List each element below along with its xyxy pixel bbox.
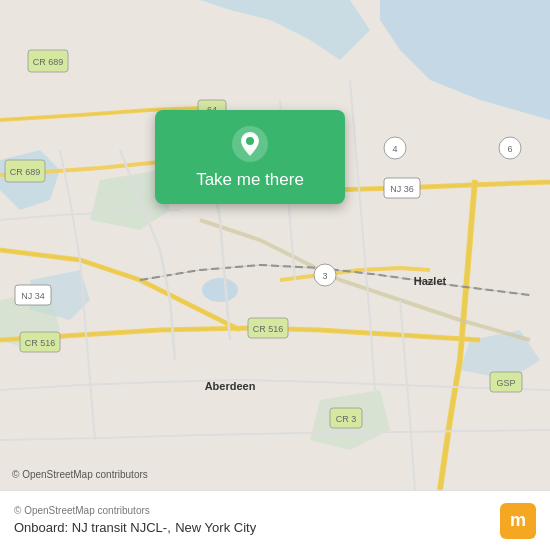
bottom-bar: © OpenStreetMap contributors Onboard: NJ…: [0, 490, 550, 550]
svg-text:Aberdeen: Aberdeen: [205, 380, 256, 392]
svg-text:CR 689: CR 689: [33, 57, 64, 67]
take-me-there-button[interactable]: Take me there: [196, 170, 304, 190]
svg-text:CR 689: CR 689: [10, 167, 41, 177]
location-card: Take me there: [155, 110, 345, 204]
svg-text:NJ 36: NJ 36: [390, 184, 414, 194]
moovit-logo: m: [500, 503, 536, 539]
svg-text:NJ 34: NJ 34: [21, 291, 45, 301]
svg-text:CR 516: CR 516: [253, 324, 284, 334]
route-label: Onboard: NJ transit NJCL-,: [14, 520, 171, 535]
svg-text:3: 3: [322, 271, 327, 281]
svg-text:6: 6: [507, 144, 512, 154]
svg-text:Hazlet: Hazlet: [414, 275, 447, 287]
location-pin-icon: [232, 126, 268, 162]
bottom-info: © OpenStreetMap contributors Onboard: NJ…: [14, 505, 256, 536]
svg-text:4: 4: [392, 144, 397, 154]
attribution-text: © OpenStreetMap contributors: [14, 505, 256, 516]
svg-text:CR 3: CR 3: [336, 414, 357, 424]
svg-text:© OpenStreetMap contributors: © OpenStreetMap contributors: [12, 469, 148, 480]
map-container: CR 689 CR 689 NJ 34 NJ 36 CR 516 CR 516 …: [0, 0, 550, 490]
svg-point-31: [246, 137, 254, 145]
svg-text:GSP: GSP: [496, 378, 515, 388]
city-label: New York City: [175, 520, 256, 535]
svg-point-1: [202, 278, 238, 302]
route-info: Onboard: NJ transit NJCL-, New York City: [14, 518, 256, 536]
moovit-icon: m: [500, 503, 536, 539]
svg-text:CR 516: CR 516: [25, 338, 56, 348]
